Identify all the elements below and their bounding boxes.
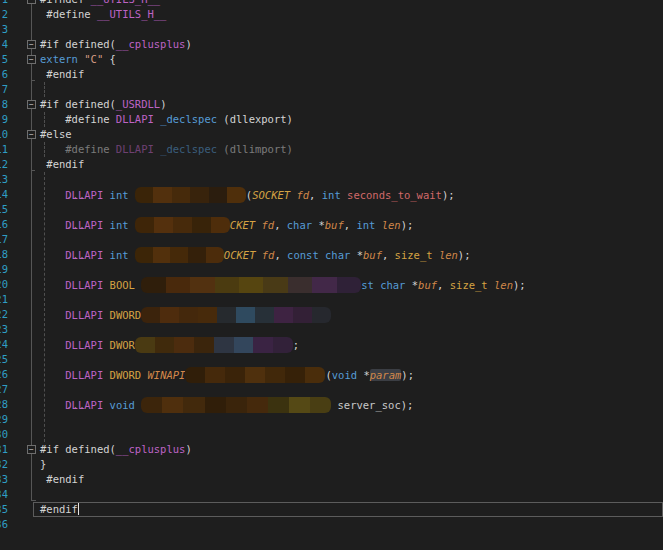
- code-line[interactable]: [0, 232, 663, 247]
- code-token: CKET: [230, 219, 255, 231]
- code-token: ,: [437, 279, 450, 291]
- code-token: DWORD: [110, 369, 142, 381]
- code-token: DWORD: [110, 309, 142, 321]
- code-token: #if defined(: [40, 98, 116, 110]
- code-line[interactable]: [0, 382, 663, 397]
- code-token: ,: [309, 189, 322, 201]
- code-line[interactable]: DLLAPI DWOR;: [0, 337, 663, 352]
- code-line[interactable]: #define __UTILS_H__: [0, 7, 663, 22]
- code-area[interactable]: #ifndef __UTILS_H__ #define __UTILS_H__#…: [0, 0, 663, 532]
- code-line[interactable]: [0, 352, 663, 367]
- code-line[interactable]: [0, 292, 663, 307]
- code-token: *: [350, 249, 363, 261]
- code-token: [129, 219, 135, 231]
- code-token: );: [458, 249, 471, 261]
- code-line[interactable]: extern "C" {: [0, 52, 663, 67]
- code-token: const char: [287, 249, 350, 261]
- code-token: __UTILS_H__: [91, 0, 161, 5]
- code-line[interactable]: }: [0, 457, 663, 472]
- code-token: [40, 189, 65, 201]
- code-editor[interactable]: 1234567891011121314151617181920212223242…: [0, 0, 663, 550]
- code-line[interactable]: #if defined(__cplusplus): [0, 442, 663, 457]
- code-token: __cplusplus: [116, 443, 186, 455]
- code-token: char: [287, 219, 312, 231]
- code-token: *: [312, 219, 325, 231]
- code-token: [40, 219, 65, 231]
- code-token: #if defined(: [40, 38, 116, 50]
- code-line[interactable]: [0, 427, 663, 442]
- code-line[interactable]: DLLAPI BOOL st char *buf, size_t len);: [0, 277, 663, 292]
- code-line[interactable]: DLLAPI int CKET fd, char *buf, int len);: [0, 217, 663, 232]
- code-line[interactable]: [0, 82, 663, 97]
- code-token: ): [160, 98, 166, 110]
- code-token: DLLAPI: [65, 339, 103, 351]
- code-token: DLLAPI: [65, 399, 103, 411]
- code-token: #else: [40, 128, 72, 140]
- code-line[interactable]: [0, 202, 663, 217]
- code-line[interactable]: #endif: [0, 67, 663, 82]
- code-line[interactable]: #if defined(__cplusplus): [0, 37, 663, 52]
- code-token: ,: [382, 249, 395, 261]
- code-token: #endif: [40, 473, 84, 485]
- code-token: #endif: [40, 503, 78, 515]
- code-token: *: [357, 369, 370, 381]
- code-token: "C": [84, 53, 109, 65]
- code-token: int: [110, 249, 129, 261]
- code-token: ): [185, 38, 191, 50]
- code-line[interactable]: #ifndef __UTILS_H__: [0, 0, 663, 7]
- code-token: size_t: [395, 249, 433, 261]
- code-line[interactable]: #endif: [0, 157, 663, 172]
- code-line[interactable]: [0, 412, 663, 427]
- code-token: [40, 339, 65, 351]
- code-line[interactable]: DLLAPI DWORD WINAPI(void *param);: [0, 367, 663, 382]
- code-token: DLLAPI: [65, 369, 103, 381]
- code-token: DLLAPI: [65, 249, 103, 261]
- code-line[interactable]: #endif: [0, 472, 663, 487]
- code-line[interactable]: #if defined(_USRDLL): [0, 97, 663, 112]
- redacted-text: [185, 367, 325, 383]
- code-token: );: [442, 189, 455, 201]
- code-token: WINAPI: [148, 369, 186, 381]
- code-token: [40, 309, 65, 321]
- code-token: void: [110, 399, 135, 411]
- code-line[interactable]: DLLAPI int OCKET fd, const char *buf, si…: [0, 247, 663, 262]
- code-token: int: [356, 219, 375, 231]
- code-line[interactable]: #else: [0, 127, 663, 142]
- code-token: ,: [274, 219, 287, 231]
- code-token: size_t: [450, 279, 488, 291]
- code-token: DLLAPI: [65, 279, 103, 291]
- code-token: {: [110, 53, 116, 65]
- code-token: (dllimport): [217, 143, 293, 155]
- code-line[interactable]: DLLAPI int (SOCKET fd, int seconds_to_wa…: [0, 187, 663, 202]
- code-line[interactable]: DLLAPI DWORD: [0, 307, 663, 322]
- code-line[interactable]: #define DLLAPI _declspec (dllexport): [0, 112, 663, 127]
- code-line[interactable]: [0, 262, 663, 277]
- code-line[interactable]: DLLAPI void server_soc);: [0, 397, 663, 412]
- code-token: #endif: [40, 158, 84, 170]
- code-token: );: [401, 399, 414, 411]
- code-token: DWOR: [110, 339, 135, 351]
- code-line[interactable]: [0, 172, 663, 187]
- code-token: extern: [40, 53, 84, 65]
- code-token: #define: [40, 113, 116, 125]
- redacted-text: [135, 217, 230, 233]
- code-line[interactable]: [0, 22, 663, 37]
- code-token: void: [332, 369, 357, 381]
- text-caret: [78, 502, 80, 515]
- code-line[interactable]: #define DLLAPI _declspec (dllimport): [0, 142, 663, 157]
- redacted-text: [135, 337, 293, 353]
- code-line[interactable]: [0, 322, 663, 337]
- code-token: [129, 189, 135, 201]
- code-token: ,: [344, 219, 357, 231]
- code-token: DLLAPI: [116, 113, 154, 125]
- code-token: );: [401, 369, 414, 381]
- redacted-text: [135, 187, 246, 203]
- code-token: [40, 399, 65, 411]
- code-token: _USRDLL: [116, 98, 160, 110]
- code-line[interactable]: [0, 487, 663, 502]
- code-line[interactable]: [0, 517, 663, 532]
- code-token: buf: [418, 279, 437, 291]
- code-token: );: [513, 279, 526, 291]
- code-token: );: [401, 219, 414, 231]
- code-line[interactable]: #endif: [0, 502, 663, 517]
